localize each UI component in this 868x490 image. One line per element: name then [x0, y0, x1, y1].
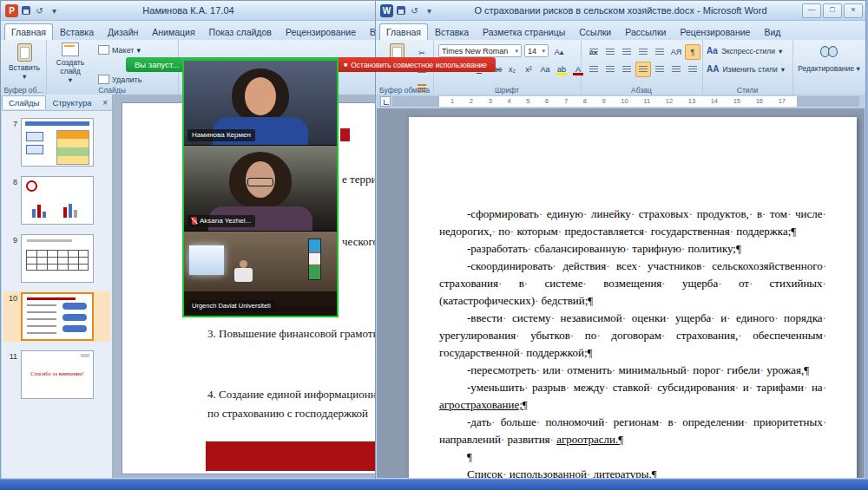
tab-selector-icon[interactable] — [380, 96, 391, 107]
align-right-button[interactable] — [619, 62, 635, 77]
thumbnail-image[interactable] — [21, 176, 94, 225]
tab-Вид[interactable]: Вид — [363, 23, 376, 40]
word-clipboard-group-label: Буфер обмена — [376, 86, 433, 95]
maximize-button[interactable]: □ — [823, 3, 842, 18]
borders-button[interactable] — [685, 62, 700, 77]
document-page[interactable]: -сформировать· единую· линейку· страховы… — [409, 117, 857, 478]
font-size-select[interactable]: 14 ▾ — [524, 44, 549, 57]
save-icon[interactable] — [22, 6, 30, 15]
tab-Анимация[interactable]: Анимация — [145, 23, 201, 40]
multilevel-list-button[interactable] — [619, 44, 635, 60]
editing-label-row[interactable]: Редактирование ▾ — [792, 64, 865, 73]
ppt-slides-group-label: Слайды — [46, 86, 178, 95]
layout-label: Макет — [112, 46, 134, 55]
tab-Ссылки[interactable]: Ссылки — [572, 23, 618, 40]
tab-Вставка[interactable]: Вставка — [428, 23, 476, 40]
word-styles-group: Аа Экспресс-стили ▾ АА Изменить стили ▾ … — [702, 40, 793, 95]
ruler-number: 14 — [711, 96, 718, 107]
tab-Дизайн[interactable]: Дизайн — [101, 23, 145, 40]
tab-Разметка страницы[interactable]: Разметка страницы — [476, 23, 572, 40]
ruler-number: 11 — [643, 96, 650, 107]
sort-button[interactable]: АЯ — [668, 44, 684, 60]
ruler-number: 3 — [489, 96, 492, 107]
numbering-button[interactable] — [602, 44, 618, 60]
taskbar[interactable] — [0, 480, 868, 490]
thumbnail-image[interactable]: Спасибо за внимание! — [21, 350, 94, 399]
tab-Вид[interactable]: Вид — [757, 23, 787, 40]
font-name-select[interactable]: Times New Roman ▾ — [438, 44, 522, 57]
slide-thumbnail-11[interactable]: 11 Спасибо за внимание! — [3, 350, 110, 400]
slide-thumbnail-7[interactable]: 7 — [3, 117, 110, 167]
subscript-button[interactable]: x₂ — [504, 62, 520, 77]
highlight-button[interactable]: ab — [554, 62, 569, 77]
slide-red-bar — [206, 441, 377, 471]
tab-outline[interactable]: Структура — [46, 96, 97, 109]
align-left-button[interactable] — [586, 62, 602, 77]
video-tile-2[interactable]: Aksana Yezhel... — [184, 146, 337, 231]
line-spacing-button[interactable] — [652, 62, 667, 77]
tab-Главная[interactable]: Главная — [4, 23, 53, 40]
thumbnail-image[interactable] — [21, 292, 94, 341]
participant-name-badge: Urgench Davlat Universiteti — [187, 300, 275, 312]
thumbnail-image[interactable] — [21, 118, 94, 167]
meeting-video-panel[interactable]: Наминова Кермен Aksana Yezhel... Urgench… — [182, 59, 339, 317]
video-tile-1[interactable]: Наминова Кермен — [184, 61, 337, 146]
shading-button[interactable] — [668, 62, 684, 77]
increase-indent-button[interactable] — [652, 44, 667, 60]
document-text[interactable]: -сформировать· единую· линейку· страховы… — [439, 206, 826, 478]
ruler-number: 5 — [526, 96, 529, 107]
undo-icon[interactable]: ↺ — [34, 6, 45, 16]
tab-Рецензирование[interactable]: Рецензирование — [279, 23, 363, 40]
powerpoint-titlebar[interactable]: P ↺ ▾ Наминова К.А. 17.04 — [1, 1, 376, 21]
layout-button[interactable]: Макет ▾ — [98, 45, 141, 55]
video-tile-3[interactable]: Urgench Davlat Universiteti — [184, 232, 337, 316]
align-center-button[interactable] — [602, 62, 618, 77]
stop-sharing-button[interactable]: ■ Остановить совместное использование — [339, 57, 496, 72]
grow-font-button[interactable]: А▴ — [551, 44, 567, 60]
tab-Рецензирование[interactable]: Рецензирование — [673, 23, 757, 40]
close-icon[interactable]: × — [98, 98, 112, 108]
minimize-button[interactable]: — — [802, 3, 821, 18]
muted-mic-icon — [192, 217, 197, 225]
quick-access-dropdown-icon[interactable]: ▾ — [49, 6, 60, 16]
slide-thumbnail-8[interactable]: 8 — [3, 175, 110, 225]
close-button[interactable]: × — [844, 3, 863, 18]
tab-Вставка[interactable]: Вставка — [53, 23, 101, 40]
justify-button[interactable] — [635, 62, 651, 77]
layout-icon — [98, 45, 109, 55]
decrease-indent-button[interactable] — [635, 44, 651, 60]
paste-button[interactable]: Вставить ▾ — [9, 43, 40, 81]
slide-thumbnail-9[interactable]: 9 — [3, 233, 110, 284]
slide-text-fragment: е территор — [342, 173, 377, 186]
quick-styles-button[interactable]: Аа Экспресс-стили ▾ — [707, 46, 782, 56]
tab-Показ слайдов[interactable]: Показ слайдов — [202, 23, 279, 40]
powerpoint-ribbon-tabs: ГлавнаяВставкаДизайнАнимацияПоказ слайдо… — [1, 21, 376, 40]
change-case-button[interactable]: Аа — [537, 62, 553, 77]
editing-button[interactable] — [792, 46, 865, 56]
new-slide-button[interactable]: Создать слайд ▾ — [51, 42, 89, 84]
horizontal-ruler[interactable]: 1234567891011121314151617 — [377, 95, 865, 108]
word-titlebar[interactable]: W ↺ ▾ О страховании рисков в сельском хо… — [376, 1, 865, 21]
superscript-button[interactable]: x² — [521, 62, 536, 77]
undo-icon[interactable]: ↺ — [409, 6, 420, 16]
slides-panel: Слайды Структура × 7 8 — [2, 95, 113, 478]
ruler-number: 7 — [564, 96, 568, 107]
change-styles-button[interactable]: АА Изменить стили ▾ — [707, 64, 785, 74]
bullets-button[interactable] — [586, 44, 602, 60]
thumbnail-image[interactable] — [21, 234, 94, 283]
delete-slide-button[interactable]: Удалить — [98, 75, 141, 84]
ruler-text-area[interactable]: 1234567891011121314151617 — [439, 96, 797, 107]
thumbnail-graphic — [63, 207, 67, 218]
ppt-clipboard-group-label: Буфер об... — [1, 86, 46, 95]
slide-thumbnail-10-selected[interactable]: 10 — [3, 291, 110, 342]
chevron-down-icon: ▾ — [542, 48, 545, 55]
save-icon[interactable] — [397, 6, 405, 15]
tab-Рассылки[interactable]: Рассылки — [618, 23, 673, 40]
chevron-down-icon: ▾ — [136, 46, 141, 55]
show-formatting-marks-button[interactable]: ¶ — [685, 44, 700, 60]
ruler-number: 16 — [756, 96, 763, 107]
tab-Главная[interactable]: Главная — [379, 23, 428, 40]
tab-slides[interactable]: Слайды — [2, 95, 46, 109]
thumbnail-graphic — [43, 212, 46, 218]
quick-access-dropdown-icon[interactable]: ▾ — [424, 6, 435, 16]
